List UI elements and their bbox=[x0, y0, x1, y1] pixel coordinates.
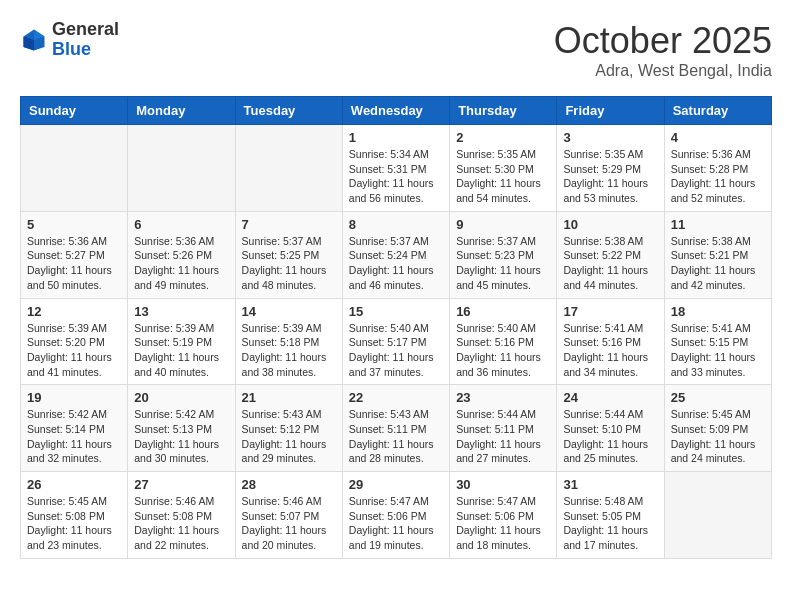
day-cell: 9Sunrise: 5:37 AM Sunset: 5:23 PM Daylig… bbox=[450, 211, 557, 298]
day-number: 20 bbox=[134, 390, 228, 405]
day-number: 29 bbox=[349, 477, 443, 492]
day-info: Sunrise: 5:37 AM Sunset: 5:24 PM Dayligh… bbox=[349, 234, 443, 293]
day-info: Sunrise: 5:48 AM Sunset: 5:05 PM Dayligh… bbox=[563, 494, 657, 553]
day-cell: 8Sunrise: 5:37 AM Sunset: 5:24 PM Daylig… bbox=[342, 211, 449, 298]
day-info: Sunrise: 5:45 AM Sunset: 5:09 PM Dayligh… bbox=[671, 407, 765, 466]
day-cell: 21Sunrise: 5:43 AM Sunset: 5:12 PM Dayli… bbox=[235, 385, 342, 472]
day-info: Sunrise: 5:46 AM Sunset: 5:08 PM Dayligh… bbox=[134, 494, 228, 553]
day-cell: 10Sunrise: 5:38 AM Sunset: 5:22 PM Dayli… bbox=[557, 211, 664, 298]
day-number: 27 bbox=[134, 477, 228, 492]
logo-icon bbox=[20, 26, 48, 54]
day-info: Sunrise: 5:41 AM Sunset: 5:15 PM Dayligh… bbox=[671, 321, 765, 380]
day-info: Sunrise: 5:36 AM Sunset: 5:27 PM Dayligh… bbox=[27, 234, 121, 293]
weekday-header-saturday: Saturday bbox=[664, 97, 771, 125]
day-info: Sunrise: 5:46 AM Sunset: 5:07 PM Dayligh… bbox=[242, 494, 336, 553]
day-cell: 30Sunrise: 5:47 AM Sunset: 5:06 PM Dayli… bbox=[450, 472, 557, 559]
day-number: 16 bbox=[456, 304, 550, 319]
day-cell: 14Sunrise: 5:39 AM Sunset: 5:18 PM Dayli… bbox=[235, 298, 342, 385]
calendar-table: SundayMondayTuesdayWednesdayThursdayFrid… bbox=[20, 96, 772, 559]
day-number: 24 bbox=[563, 390, 657, 405]
day-number: 26 bbox=[27, 477, 121, 492]
day-info: Sunrise: 5:47 AM Sunset: 5:06 PM Dayligh… bbox=[456, 494, 550, 553]
day-cell: 25Sunrise: 5:45 AM Sunset: 5:09 PM Dayli… bbox=[664, 385, 771, 472]
day-number: 17 bbox=[563, 304, 657, 319]
day-cell: 20Sunrise: 5:42 AM Sunset: 5:13 PM Dayli… bbox=[128, 385, 235, 472]
day-cell bbox=[21, 125, 128, 212]
day-info: Sunrise: 5:40 AM Sunset: 5:16 PM Dayligh… bbox=[456, 321, 550, 380]
day-cell: 5Sunrise: 5:36 AM Sunset: 5:27 PM Daylig… bbox=[21, 211, 128, 298]
weekday-header-tuesday: Tuesday bbox=[235, 97, 342, 125]
day-info: Sunrise: 5:47 AM Sunset: 5:06 PM Dayligh… bbox=[349, 494, 443, 553]
day-info: Sunrise: 5:36 AM Sunset: 5:26 PM Dayligh… bbox=[134, 234, 228, 293]
day-info: Sunrise: 5:44 AM Sunset: 5:11 PM Dayligh… bbox=[456, 407, 550, 466]
day-number: 11 bbox=[671, 217, 765, 232]
day-cell: 29Sunrise: 5:47 AM Sunset: 5:06 PM Dayli… bbox=[342, 472, 449, 559]
day-cell: 22Sunrise: 5:43 AM Sunset: 5:11 PM Dayli… bbox=[342, 385, 449, 472]
day-number: 19 bbox=[27, 390, 121, 405]
weekday-header-thursday: Thursday bbox=[450, 97, 557, 125]
weekday-header-wednesday: Wednesday bbox=[342, 97, 449, 125]
day-info: Sunrise: 5:42 AM Sunset: 5:14 PM Dayligh… bbox=[27, 407, 121, 466]
day-info: Sunrise: 5:39 AM Sunset: 5:18 PM Dayligh… bbox=[242, 321, 336, 380]
day-cell: 31Sunrise: 5:48 AM Sunset: 5:05 PM Dayli… bbox=[557, 472, 664, 559]
logo-text: General Blue bbox=[52, 20, 119, 60]
weekday-header-row: SundayMondayTuesdayWednesdayThursdayFrid… bbox=[21, 97, 772, 125]
day-number: 5 bbox=[27, 217, 121, 232]
day-number: 31 bbox=[563, 477, 657, 492]
day-number: 12 bbox=[27, 304, 121, 319]
day-info: Sunrise: 5:43 AM Sunset: 5:12 PM Dayligh… bbox=[242, 407, 336, 466]
day-info: Sunrise: 5:41 AM Sunset: 5:16 PM Dayligh… bbox=[563, 321, 657, 380]
day-cell: 13Sunrise: 5:39 AM Sunset: 5:19 PM Dayli… bbox=[128, 298, 235, 385]
day-info: Sunrise: 5:45 AM Sunset: 5:08 PM Dayligh… bbox=[27, 494, 121, 553]
day-cell: 3Sunrise: 5:35 AM Sunset: 5:29 PM Daylig… bbox=[557, 125, 664, 212]
day-cell bbox=[664, 472, 771, 559]
day-cell: 6Sunrise: 5:36 AM Sunset: 5:26 PM Daylig… bbox=[128, 211, 235, 298]
day-info: Sunrise: 5:37 AM Sunset: 5:23 PM Dayligh… bbox=[456, 234, 550, 293]
day-info: Sunrise: 5:36 AM Sunset: 5:28 PM Dayligh… bbox=[671, 147, 765, 206]
day-number: 21 bbox=[242, 390, 336, 405]
page-header: General Blue October 2025 Adra, West Ben… bbox=[20, 20, 772, 80]
day-cell bbox=[235, 125, 342, 212]
day-cell: 12Sunrise: 5:39 AM Sunset: 5:20 PM Dayli… bbox=[21, 298, 128, 385]
day-number: 9 bbox=[456, 217, 550, 232]
day-number: 1 bbox=[349, 130, 443, 145]
day-cell: 17Sunrise: 5:41 AM Sunset: 5:16 PM Dayli… bbox=[557, 298, 664, 385]
day-info: Sunrise: 5:39 AM Sunset: 5:19 PM Dayligh… bbox=[134, 321, 228, 380]
day-number: 13 bbox=[134, 304, 228, 319]
day-number: 7 bbox=[242, 217, 336, 232]
day-cell: 11Sunrise: 5:38 AM Sunset: 5:21 PM Dayli… bbox=[664, 211, 771, 298]
month-title: October 2025 bbox=[554, 20, 772, 62]
day-cell: 4Sunrise: 5:36 AM Sunset: 5:28 PM Daylig… bbox=[664, 125, 771, 212]
weekday-header-friday: Friday bbox=[557, 97, 664, 125]
day-number: 15 bbox=[349, 304, 443, 319]
day-cell: 16Sunrise: 5:40 AM Sunset: 5:16 PM Dayli… bbox=[450, 298, 557, 385]
day-cell: 26Sunrise: 5:45 AM Sunset: 5:08 PM Dayli… bbox=[21, 472, 128, 559]
day-number: 23 bbox=[456, 390, 550, 405]
day-cell: 24Sunrise: 5:44 AM Sunset: 5:10 PM Dayli… bbox=[557, 385, 664, 472]
day-number: 28 bbox=[242, 477, 336, 492]
day-info: Sunrise: 5:35 AM Sunset: 5:29 PM Dayligh… bbox=[563, 147, 657, 206]
day-cell: 19Sunrise: 5:42 AM Sunset: 5:14 PM Dayli… bbox=[21, 385, 128, 472]
day-info: Sunrise: 5:39 AM Sunset: 5:20 PM Dayligh… bbox=[27, 321, 121, 380]
day-info: Sunrise: 5:44 AM Sunset: 5:10 PM Dayligh… bbox=[563, 407, 657, 466]
day-cell: 18Sunrise: 5:41 AM Sunset: 5:15 PM Dayli… bbox=[664, 298, 771, 385]
week-row-4: 19Sunrise: 5:42 AM Sunset: 5:14 PM Dayli… bbox=[21, 385, 772, 472]
day-cell bbox=[128, 125, 235, 212]
week-row-5: 26Sunrise: 5:45 AM Sunset: 5:08 PM Dayli… bbox=[21, 472, 772, 559]
title-block: October 2025 Adra, West Bengal, India bbox=[554, 20, 772, 80]
day-cell: 23Sunrise: 5:44 AM Sunset: 5:11 PM Dayli… bbox=[450, 385, 557, 472]
day-number: 25 bbox=[671, 390, 765, 405]
weekday-header-monday: Monday bbox=[128, 97, 235, 125]
day-number: 4 bbox=[671, 130, 765, 145]
day-number: 22 bbox=[349, 390, 443, 405]
weekday-header-sunday: Sunday bbox=[21, 97, 128, 125]
day-number: 6 bbox=[134, 217, 228, 232]
day-info: Sunrise: 5:34 AM Sunset: 5:31 PM Dayligh… bbox=[349, 147, 443, 206]
week-row-2: 5Sunrise: 5:36 AM Sunset: 5:27 PM Daylig… bbox=[21, 211, 772, 298]
day-info: Sunrise: 5:43 AM Sunset: 5:11 PM Dayligh… bbox=[349, 407, 443, 466]
day-info: Sunrise: 5:38 AM Sunset: 5:22 PM Dayligh… bbox=[563, 234, 657, 293]
week-row-1: 1Sunrise: 5:34 AM Sunset: 5:31 PM Daylig… bbox=[21, 125, 772, 212]
day-info: Sunrise: 5:35 AM Sunset: 5:30 PM Dayligh… bbox=[456, 147, 550, 206]
day-number: 8 bbox=[349, 217, 443, 232]
day-cell: 15Sunrise: 5:40 AM Sunset: 5:17 PM Dayli… bbox=[342, 298, 449, 385]
